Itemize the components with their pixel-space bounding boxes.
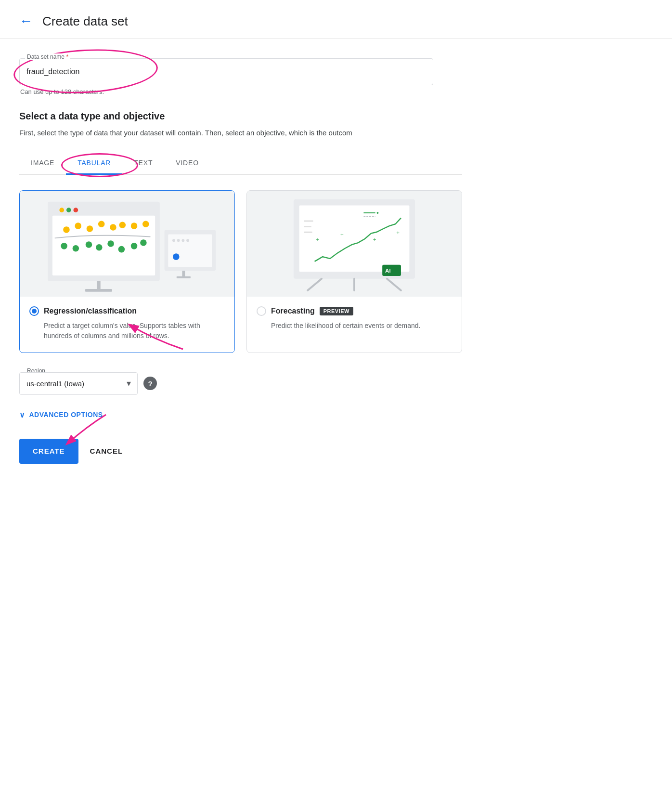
svg-point-22 xyxy=(131,243,138,249)
svg-rect-25 xyxy=(182,271,185,277)
svg-rect-3 xyxy=(85,289,112,292)
svg-point-20 xyxy=(107,240,114,247)
section-title: Select a data type and objective xyxy=(19,111,462,122)
dataset-name-field-group: Data set name * Can use up to 128 charac… xyxy=(19,58,462,95)
option-card-forecasting[interactable]: + + + + AI Forecasting PREVIEW xyxy=(246,190,462,353)
svg-point-21 xyxy=(118,246,125,252)
regression-radio[interactable] xyxy=(29,306,39,316)
svg-point-14 xyxy=(131,222,138,229)
page-content: Data set name * Can use up to 128 charac… xyxy=(0,39,481,483)
svg-point-5 xyxy=(66,208,71,212)
svg-point-31 xyxy=(186,239,189,242)
regression-title: Regression/classification xyxy=(44,307,137,315)
tab-video[interactable]: VIDEO xyxy=(164,152,210,175)
svg-point-11 xyxy=(98,221,105,227)
svg-point-16 xyxy=(61,243,67,249)
svg-rect-44 xyxy=(304,231,312,233)
svg-text:+: + xyxy=(340,231,344,237)
regression-radio-inner xyxy=(32,309,37,314)
svg-point-40 xyxy=(377,212,379,214)
svg-point-23 xyxy=(140,239,147,246)
region-group: Region us-central1 (Iowa) us-east1 (Sout… xyxy=(19,372,157,395)
dataset-name-hint: Can use up to 128 characters. xyxy=(19,88,462,95)
tabs-container: IMAGE TABULAR TEXT VIDEO xyxy=(19,152,462,175)
svg-point-15 xyxy=(142,221,149,227)
svg-point-4 xyxy=(59,208,64,212)
svg-point-17 xyxy=(73,245,79,251)
forecasting-radio[interactable] xyxy=(257,306,266,316)
advanced-options-toggle[interactable]: ∨ ADVANCED OPTIONS xyxy=(19,410,462,419)
svg-point-10 xyxy=(87,225,93,232)
regression-desc: Predict a target column's value. Support… xyxy=(29,321,225,341)
svg-rect-42 xyxy=(304,220,313,222)
forecasting-title: Forecasting xyxy=(271,307,315,315)
regression-card-image xyxy=(20,191,234,297)
svg-point-32 xyxy=(173,253,180,260)
region-select-wrapper: us-central1 (Iowa) us-east1 (South Carol… xyxy=(19,372,138,395)
option-cards-wrapper: Regression/classification Predict a targ… xyxy=(19,190,462,353)
svg-point-19 xyxy=(96,244,103,250)
advanced-options-label: ADVANCED OPTIONS xyxy=(29,411,103,419)
forecasting-option-row: Forecasting PREVIEW xyxy=(257,306,452,316)
svg-point-30 xyxy=(181,239,184,242)
region-help-icon[interactable]: ? xyxy=(143,377,157,390)
option-card-regression[interactable]: Regression/classification Predict a targ… xyxy=(19,190,235,353)
dataset-name-label: Data set name * xyxy=(25,53,70,60)
svg-point-13 xyxy=(119,222,126,228)
forecasting-card-image: + + + + AI xyxy=(247,191,462,297)
tab-text[interactable]: TEXT xyxy=(122,152,164,175)
page-header: ← Create data set xyxy=(0,0,672,39)
region-select[interactable]: us-central1 (Iowa) us-east1 (South Carol… xyxy=(19,372,138,395)
svg-text:+: + xyxy=(396,229,400,235)
cards-row: Regression/classification Predict a targ… xyxy=(19,190,462,353)
dataset-name-input[interactable] xyxy=(19,58,433,85)
svg-rect-27 xyxy=(168,234,212,267)
svg-point-18 xyxy=(86,241,92,248)
regression-option-row: Regression/classification xyxy=(29,306,225,316)
regression-card-body: Regression/classification Predict a targ… xyxy=(20,297,234,353)
tab-image[interactable]: IMAGE xyxy=(19,152,66,175)
svg-point-9 xyxy=(75,222,81,229)
tab-tabular[interactable]: TABULAR xyxy=(66,152,122,175)
svg-text:+: + xyxy=(316,236,319,242)
region-select-row: us-central1 (Iowa) us-east1 (South Carol… xyxy=(19,372,157,395)
svg-rect-26 xyxy=(177,276,191,278)
svg-point-28 xyxy=(172,239,175,242)
bottom-buttons: CREATE CANCEL xyxy=(19,439,462,464)
svg-text:+: + xyxy=(373,236,376,242)
page-title: Create data set xyxy=(42,14,128,29)
svg-point-29 xyxy=(177,239,180,242)
cancel-button[interactable]: CANCEL xyxy=(90,447,123,455)
section-desc: First, select the type of data that your… xyxy=(19,128,462,139)
forecasting-card-body: Forecasting PREVIEW Predict the likeliho… xyxy=(247,297,462,342)
advanced-options-chevron: ∨ xyxy=(19,410,26,419)
back-button[interactable]: ← xyxy=(19,13,33,29)
create-button[interactable]: CREATE xyxy=(19,439,78,464)
svg-point-8 xyxy=(63,226,70,233)
forecasting-desc: Predict the likelihood of certain events… xyxy=(257,321,452,331)
preview-badge: PREVIEW xyxy=(320,307,353,315)
svg-rect-43 xyxy=(304,226,311,227)
svg-point-6 xyxy=(74,208,78,212)
svg-point-12 xyxy=(110,224,116,231)
svg-text:AI: AI xyxy=(385,267,391,274)
